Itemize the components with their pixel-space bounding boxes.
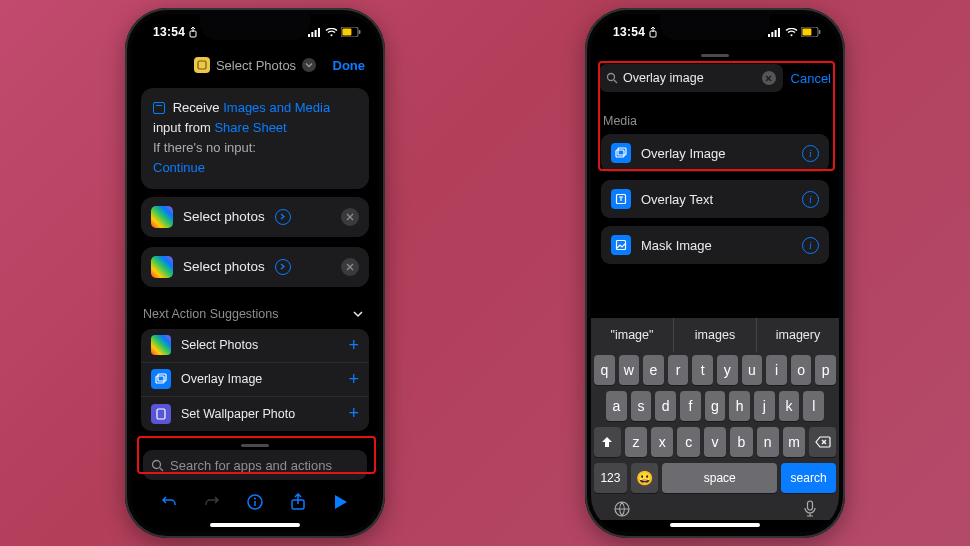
key-e[interactable]: e [643, 355, 664, 385]
kb-row-3: z x c v b n m [594, 427, 836, 457]
search-placeholder: Search for apps and actions [170, 458, 332, 473]
sheet-drag-handle[interactable] [701, 54, 729, 57]
shift-key[interactable] [594, 427, 621, 457]
key-s[interactable]: s [631, 391, 652, 421]
result-overlay-text[interactable]: Overlay Text i [601, 180, 829, 218]
disclosure-icon[interactable] [275, 209, 291, 225]
key-c[interactable]: c [677, 427, 699, 457]
backspace-key[interactable] [809, 427, 836, 457]
result-mask-image[interactable]: Mask Image i [601, 226, 829, 264]
emoji-key[interactable]: 😀 [631, 463, 658, 493]
suggestions-title: Next Action Suggestions [143, 307, 279, 321]
search-input[interactable]: Overlay image [599, 64, 783, 92]
key-z[interactable]: z [625, 427, 647, 457]
info-icon[interactable]: i [802, 145, 819, 162]
prediction-2[interactable]: images [674, 318, 757, 352]
home-indicator[interactable] [210, 523, 300, 527]
key-w[interactable]: w [619, 355, 640, 385]
editor-toolbar [141, 484, 369, 520]
key-t[interactable]: t [692, 355, 713, 385]
key-a[interactable]: a [606, 391, 627, 421]
action-select-photos-2[interactable]: Select photos [141, 247, 369, 287]
suggestion-label: Overlay Image [181, 372, 338, 386]
key-i[interactable]: i [766, 355, 787, 385]
key-l[interactable]: l [803, 391, 824, 421]
sheet-drag-handle[interactable] [241, 444, 269, 447]
no-input-label: If there's no input: [153, 140, 256, 155]
prediction-1[interactable]: "image" [591, 318, 674, 352]
status-time: 13:54 [613, 25, 645, 39]
suggestion-label: Set Wallpaper Photo [181, 407, 338, 421]
key-v[interactable]: v [704, 427, 726, 457]
result-overlay-image[interactable]: Overlay Image i [601, 134, 829, 172]
input-from-label: input from [153, 120, 211, 135]
search-header: Overlay image Cancel [591, 60, 839, 98]
info-icon[interactable]: i [802, 237, 819, 254]
key-b[interactable]: b [730, 427, 752, 457]
globe-icon[interactable] [613, 500, 631, 518]
add-suggestion-icon[interactable]: + [348, 403, 359, 424]
overlay-image-icon [151, 369, 171, 389]
images-media-link[interactable]: Images and Media [223, 100, 330, 115]
key-r[interactable]: r [668, 355, 689, 385]
search-key[interactable]: search [781, 463, 836, 493]
home-indicator[interactable] [670, 523, 760, 527]
result-label: Mask Image [641, 238, 792, 253]
prediction-3[interactable]: imagery [757, 318, 839, 352]
photos-app-icon [151, 206, 173, 228]
space-key[interactable]: space [662, 463, 777, 493]
key-n[interactable]: n [757, 427, 779, 457]
key-g[interactable]: g [705, 391, 726, 421]
action-select-photos-1[interactable]: Select photos [141, 197, 369, 237]
disclosure-icon[interactable] [275, 259, 291, 275]
cancel-button[interactable]: Cancel [791, 71, 831, 86]
info-icon[interactable]: i [802, 191, 819, 208]
key-p[interactable]: p [815, 355, 836, 385]
svg-rect-11 [157, 409, 165, 419]
continue-link[interactable]: Continue [153, 160, 205, 175]
share-sheet-link[interactable]: Share Sheet [214, 120, 286, 135]
search-field[interactable]: Search for apps and actions [143, 450, 367, 480]
svg-rect-20 [778, 28, 780, 37]
suggestion-select-photos[interactable]: Select Photos + [141, 329, 369, 363]
key-o[interactable]: o [791, 355, 812, 385]
suggestions-header: Next Action Suggestions [141, 297, 369, 329]
svg-rect-6 [342, 28, 351, 35]
share-icon[interactable] [285, 489, 311, 515]
key-x[interactable]: x [651, 427, 673, 457]
suggestion-set-wallpaper[interactable]: Set Wallpaper Photo + [141, 397, 369, 431]
svg-rect-23 [819, 30, 820, 34]
suggestion-overlay-image[interactable]: Overlay Image + [141, 363, 369, 397]
chevron-down-icon[interactable] [349, 305, 367, 323]
key-j[interactable]: j [754, 391, 775, 421]
wallpaper-icon [151, 404, 171, 424]
photos-app-icon [151, 335, 171, 355]
svg-rect-2 [311, 32, 313, 37]
key-d[interactable]: d [655, 391, 676, 421]
key-u[interactable]: u [742, 355, 763, 385]
svg-point-14 [254, 498, 256, 500]
photos-app-icon [151, 256, 173, 278]
key-k[interactable]: k [779, 391, 800, 421]
key-h[interactable]: h [729, 391, 750, 421]
key-y[interactable]: y [717, 355, 738, 385]
phone-right: 13:54 Overlay image Cancel Media Overlay… [585, 8, 845, 538]
key-q[interactable]: q [594, 355, 615, 385]
play-icon[interactable] [328, 489, 354, 515]
done-button[interactable]: Done [333, 58, 366, 73]
info-icon[interactable] [242, 489, 268, 515]
key-f[interactable]: f [680, 391, 701, 421]
remove-action-icon[interactable] [341, 258, 359, 276]
shortcut-title-wrap[interactable]: Select Photos [194, 57, 316, 73]
numbers-key[interactable]: 123 [594, 463, 627, 493]
mic-icon[interactable] [803, 500, 817, 518]
undo-icon[interactable] [156, 489, 182, 515]
add-suggestion-icon[interactable]: + [348, 369, 359, 390]
clear-search-icon[interactable] [762, 71, 776, 85]
receive-label: Receive [173, 100, 220, 115]
add-suggestion-icon[interactable]: + [348, 335, 359, 356]
title-chevron-icon [302, 58, 316, 72]
key-m[interactable]: m [783, 427, 805, 457]
remove-action-icon[interactable] [341, 208, 359, 226]
receive-input-card[interactable]: Receive Images and Media input from Shar… [141, 88, 369, 189]
